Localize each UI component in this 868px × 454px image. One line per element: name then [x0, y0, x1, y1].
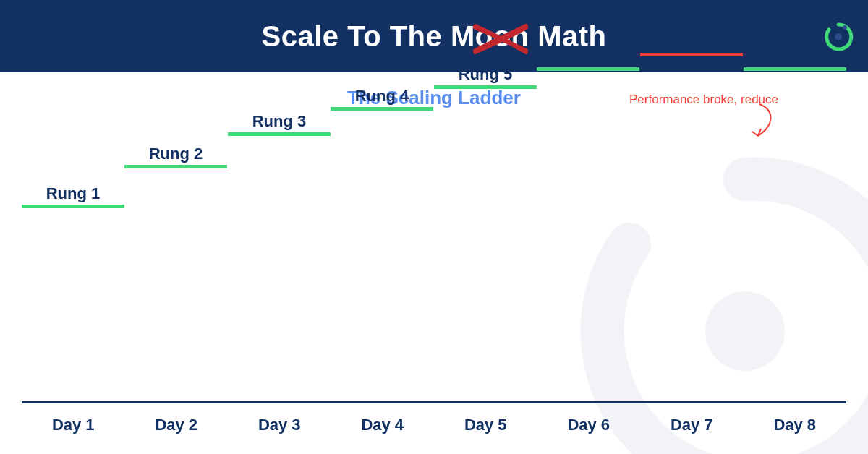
rung-label: Rung 3: [228, 112, 331, 131]
x-axis-labels: Day 1 Day 2 Day 3 Day 4 Day 5 Day 6 Day …: [22, 407, 846, 440]
rung-label: Rung 1: [22, 184, 124, 203]
chart-area: Rung 1 Rung 2 Rung 3 Rung 4 Rung 5 Rung …: [22, 108, 846, 440]
rung-bar: [434, 85, 537, 89]
rung-label: Rung 4: [331, 87, 433, 106]
rung-bar: [124, 165, 227, 168]
rung-label: Rung 7: [640, 33, 743, 51]
svg-point-0: [835, 33, 842, 40]
x-label: Day 1: [22, 407, 125, 440]
x-label: Day 7: [640, 407, 744, 440]
annotation-arrow-icon: [738, 103, 781, 146]
svg-point-1: [843, 25, 847, 30]
x-label: Day 6: [537, 407, 641, 440]
x-label: Day 4: [331, 407, 435, 440]
annotation-text: Performance broke, reduce: [629, 93, 778, 107]
rung-bar-broke: [640, 53, 743, 56]
rung-label: Rung 5: [434, 65, 537, 84]
rung-label: Rung 6: [537, 47, 639, 66]
rung-day6: Rung 6: [537, 47, 639, 71]
rung-bar: [744, 67, 846, 71]
rung-bar: [228, 132, 331, 136]
x-label: Day 2: [125, 407, 229, 440]
rung-day3: Rung 3: [228, 112, 331, 136]
rung-label: Rung 2: [124, 145, 227, 163]
rung-day4: Rung 4: [331, 87, 433, 111]
x-label: Day 5: [434, 407, 537, 440]
rung-bar: [537, 67, 639, 71]
rung-day2: Rung 2: [124, 145, 227, 168]
rung-day8: Rung 6: [744, 47, 846, 71]
rung-day1: Rung 1: [22, 184, 124, 208]
x-label: Day 8: [744, 407, 847, 440]
x-axis: [22, 401, 846, 403]
rung-day7: Rung 7: [640, 33, 743, 56]
rung-bar: [331, 107, 433, 111]
rung-bar: [22, 205, 124, 208]
rung-label: Rung 6: [744, 47, 846, 66]
rung-day5: Rung 5: [434, 65, 537, 89]
x-label: Day 3: [228, 407, 331, 440]
